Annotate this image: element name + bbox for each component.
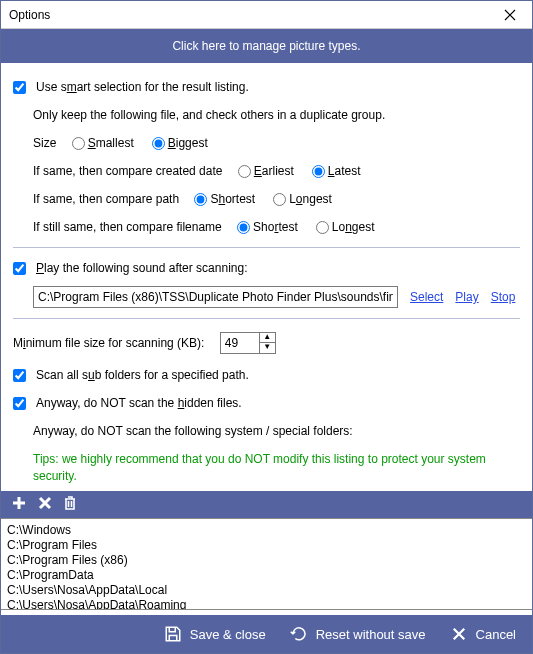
subfolders-label: Scan all sub folders for a specified pat…: [36, 368, 249, 382]
reset-icon: [290, 625, 308, 643]
path-label: If same, then compare path: [33, 192, 179, 206]
remove-folder-icon[interactable]: [37, 495, 53, 514]
size-row: Size Smallest Biggest: [33, 136, 520, 150]
filename-shortest-radio[interactable]: [237, 221, 250, 234]
smart-selection-label: Use smart selection for the result listi…: [36, 80, 249, 94]
created-row: If same, then compare created date Earli…: [33, 164, 520, 178]
smart-subtitle: Only keep the following file, and check …: [33, 108, 520, 122]
smart-selection-row: Use smart selection for the result listi…: [13, 80, 520, 94]
subfolders-row: Scan all sub folders for a specified pat…: [13, 368, 520, 382]
sound-select-link[interactable]: Select: [410, 290, 443, 304]
titlebar: Options: [1, 1, 532, 29]
separator-1: [13, 247, 520, 248]
special-folders-label-row: Anyway, do NOT scan the following system…: [33, 424, 520, 438]
window-title: Options: [9, 8, 490, 22]
filename-longest-label: Longest: [332, 220, 375, 234]
subfolders-checkbox[interactable]: [13, 369, 26, 382]
close-button[interactable]: [490, 2, 530, 28]
size-smallest-radio[interactable]: [72, 137, 85, 150]
sound-stop-link[interactable]: Stop: [491, 290, 516, 304]
filename-row: If still same, then compare filename Sho…: [33, 220, 520, 234]
minsize-row: Minimum file size for scanning (KB): ▲ ▼: [13, 332, 520, 354]
smart-selection-checkbox[interactable]: [13, 81, 26, 94]
reset-label: Reset without save: [316, 627, 426, 642]
save-close-label: Save & close: [190, 627, 266, 642]
list-item[interactable]: C:\Program Files (x86): [7, 553, 526, 568]
filename-longest-radio[interactable]: [316, 221, 329, 234]
hidden-row: Anyway, do NOT scan the hidden files.: [13, 396, 520, 410]
filename-label: If still same, then compare filename: [33, 220, 222, 234]
separator-2: [13, 318, 520, 319]
cancel-label: Cancel: [476, 627, 516, 642]
play-sound-checkbox[interactable]: [13, 262, 26, 275]
sound-path-input[interactable]: [33, 286, 398, 308]
manage-types-banner[interactable]: Click here to manage picture types.: [1, 29, 532, 63]
created-latest-radio[interactable]: [312, 165, 325, 178]
size-smallest-label: Smallest: [88, 136, 134, 150]
created-latest-label: Latest: [328, 164, 361, 178]
hidden-checkbox[interactable]: [13, 397, 26, 410]
tips-text: Tips: we highly recommend that you do NO…: [33, 451, 520, 485]
add-folder-icon[interactable]: [11, 495, 27, 514]
special-folders-label: Anyway, do NOT scan the following system…: [33, 424, 353, 438]
list-item[interactable]: C:\ProgramData: [7, 568, 526, 583]
path-shortest-label: Shortest: [210, 192, 255, 206]
cancel-icon: [450, 625, 468, 643]
created-label: If same, then compare created date: [33, 164, 222, 178]
size-label: Size: [33, 136, 56, 150]
banner-text: Click here to manage picture types.: [172, 39, 360, 53]
sound-play-link[interactable]: Play: [455, 290, 478, 304]
sound-controls: Select Play Stop: [33, 286, 520, 308]
minsize-label: Minimum file size for scanning (KB):: [13, 336, 204, 350]
list-item[interactable]: C:\Program Files: [7, 538, 526, 553]
options-window: Options Click here to manage picture typ…: [0, 0, 533, 654]
size-biggest-radio[interactable]: [152, 137, 165, 150]
path-longest-radio[interactable]: [273, 193, 286, 206]
bottom-bar: Save & close Reset without save Cancel: [1, 615, 532, 653]
created-earliest-label: Earliest: [254, 164, 294, 178]
cancel-button[interactable]: Cancel: [450, 625, 516, 643]
list-item[interactable]: C:\Users\Nosa\AppData\Roaming: [7, 598, 526, 610]
content-area: Use smart selection for the result listi…: [1, 63, 532, 615]
list-item[interactable]: C:\Users\Nosa\AppData\Local: [7, 583, 526, 598]
filename-shortest-label: Shortest: [253, 220, 298, 234]
size-biggest-label: Biggest: [168, 136, 208, 150]
save-close-button[interactable]: Save & close: [164, 625, 266, 643]
path-row: If same, then compare path Shortest Long…: [33, 192, 520, 206]
folder-toolbar: [1, 491, 532, 518]
list-item[interactable]: C:\Windows: [7, 523, 526, 538]
delete-folder-icon[interactable]: [63, 495, 77, 514]
reset-button[interactable]: Reset without save: [290, 625, 426, 643]
path-longest-label: Longest: [289, 192, 332, 206]
play-sound-label: Play the following sound after scanning:: [36, 261, 247, 275]
minsize-input[interactable]: [221, 333, 259, 353]
save-icon: [164, 625, 182, 643]
folder-list[interactable]: C:\Windows C:\Program Files C:\Program F…: [1, 518, 532, 610]
spin-down-icon[interactable]: ▼: [259, 343, 275, 353]
created-earliest-radio[interactable]: [238, 165, 251, 178]
minsize-spinner[interactable]: ▲ ▼: [220, 332, 276, 354]
path-shortest-radio[interactable]: [194, 193, 207, 206]
sound-row: Play the following sound after scanning:: [13, 261, 520, 275]
hidden-label: Anyway, do NOT scan the hidden files.: [36, 396, 242, 410]
